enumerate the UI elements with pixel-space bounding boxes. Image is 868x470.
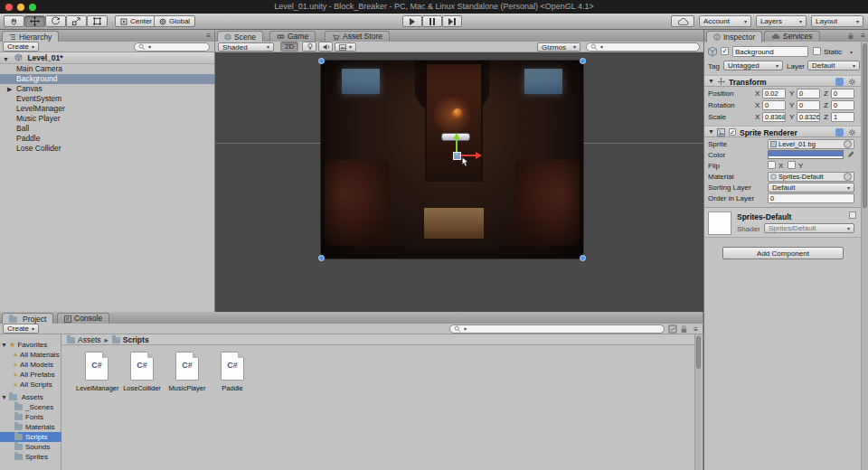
help-icon[interactable] bbox=[835, 128, 844, 136]
static-flags-dropdown-icon[interactable]: ▾ bbox=[850, 50, 853, 55]
tab-game[interactable]: Game bbox=[269, 31, 316, 42]
level-background-image[interactable] bbox=[321, 61, 583, 258]
selection-handle-bottom-left[interactable] bbox=[318, 255, 325, 261]
panel-menu-icon[interactable]: ≡ bbox=[861, 32, 865, 40]
tab-asset-store[interactable]: Asset Store bbox=[325, 31, 390, 42]
sorting-layer-dropdown[interactable]: Default ▾ bbox=[768, 183, 854, 193]
hierarchy-create-button[interactable]: Create ▾ bbox=[3, 42, 39, 52]
favorite-all-materials[interactable]: ★ All Materials bbox=[0, 350, 61, 360]
hierarchy-item-background[interactable]: Background bbox=[0, 74, 214, 84]
lock-icon[interactable] bbox=[847, 32, 854, 40]
hierarchy-item-main-camera[interactable]: Main Camera bbox=[0, 64, 214, 74]
shading-mode-dropdown[interactable]: Shaded ▾ bbox=[218, 42, 274, 52]
asset-file-levelmanager[interactable]: C# LevelManager bbox=[76, 352, 118, 392]
scene-lighting-toggle[interactable] bbox=[302, 42, 316, 52]
foldout-open-icon[interactable]: ▼ bbox=[708, 78, 714, 84]
gear-icon[interactable] bbox=[848, 78, 856, 86]
folder-sounds[interactable]: Sounds bbox=[0, 442, 61, 452]
tab-inspector[interactable]: Inspector bbox=[706, 31, 762, 42]
preview-toggle-icon[interactable] bbox=[849, 212, 856, 219]
folder-materials[interactable]: Materials bbox=[0, 422, 61, 432]
account-dropdown[interactable]: Account ▾ bbox=[699, 15, 751, 27]
scale-z-field[interactable]: 1 bbox=[831, 112, 854, 122]
object-name-field[interactable]: Background bbox=[732, 46, 808, 57]
inspector-scrollbar-thumb[interactable] bbox=[863, 43, 867, 208]
asset-file-musicplayer[interactable]: C# MusicPlayer bbox=[166, 352, 208, 392]
object-picker-icon[interactable] bbox=[844, 140, 852, 148]
flip-x-checkbox[interactable] bbox=[768, 161, 776, 169]
layers-dropdown[interactable]: Layers ▾ bbox=[756, 15, 807, 27]
ball-sprite[interactable] bbox=[453, 108, 462, 118]
rotation-x-field[interactable]: 0 bbox=[762, 100, 786, 110]
active-checkbox[interactable]: ✓ bbox=[721, 47, 729, 55]
tab-console[interactable]: Console bbox=[57, 313, 109, 324]
flip-y-checkbox[interactable] bbox=[788, 161, 796, 169]
order-in-layer-field[interactable]: 0 bbox=[768, 193, 854, 203]
position-z-field[interactable]: 0 bbox=[831, 89, 854, 99]
hierarchy-search-input[interactable]: ▾ bbox=[134, 42, 210, 52]
scale-tool-button[interactable] bbox=[66, 15, 87, 27]
folder-fonts[interactable]: Fonts bbox=[0, 412, 61, 422]
folder-scripts[interactable]: Scripts bbox=[0, 432, 61, 442]
scene-audio-toggle[interactable] bbox=[318, 42, 333, 52]
help-icon[interactable] bbox=[835, 78, 844, 86]
hierarchy-item-lose-collider[interactable]: Lose Collider bbox=[0, 144, 214, 154]
scene-effects-dropdown[interactable]: ▾ bbox=[335, 42, 356, 52]
panel-menu-icon[interactable]: ≡ bbox=[693, 325, 698, 334]
hierarchy-item-levelmanager[interactable]: LevelManager bbox=[0, 104, 214, 114]
foldout-open-icon[interactable]: ▼ bbox=[1, 392, 7, 402]
static-checkbox[interactable] bbox=[813, 47, 821, 55]
hierarchy-item-canvas[interactable]: ▶ Canvas bbox=[0, 84, 214, 94]
scale-y-field[interactable]: 0.83268 bbox=[797, 112, 820, 122]
shader-dropdown[interactable]: Sprites/Default ▾ bbox=[764, 223, 854, 233]
hierarchy-item-eventsystem[interactable]: EventSystem bbox=[0, 94, 214, 104]
2d-mode-toggle[interactable]: 2D bbox=[280, 42, 298, 52]
transform-component-header[interactable]: ▼ Transform bbox=[704, 75, 862, 87]
rotation-y-field[interactable]: 0 bbox=[797, 100, 820, 110]
play-button[interactable] bbox=[402, 15, 422, 27]
rect-tool-button[interactable] bbox=[87, 15, 108, 27]
pan-tool-button[interactable] bbox=[4, 15, 24, 27]
breadcrumb[interactable]: Assets ▸ Scripts bbox=[67, 335, 149, 344]
gear-icon[interactable] bbox=[848, 128, 856, 136]
object-picker-icon[interactable] bbox=[844, 173, 852, 181]
sprite-object-field[interactable]: Level_01 bg bbox=[768, 139, 854, 149]
position-x-field[interactable]: 0.02 bbox=[762, 89, 786, 99]
color-swatch[interactable] bbox=[768, 150, 844, 159]
search-by-type-icon[interactable] bbox=[668, 324, 677, 334]
tag-dropdown[interactable]: Untagged ▾ bbox=[723, 61, 783, 70]
selection-handle-top-left[interactable] bbox=[318, 58, 325, 64]
asset-file-paddle[interactable]: C# Paddle bbox=[212, 352, 253, 392]
sprite-renderer-component-header[interactable]: ▼ ✓ Sprite Renderer bbox=[704, 126, 862, 137]
move-tool-button[interactable] bbox=[24, 15, 45, 27]
asset-file-losecollider[interactable]: C# LoseCollider bbox=[121, 352, 163, 392]
scene-search-input[interactable]: ▾ bbox=[586, 42, 700, 52]
sprite-renderer-enabled-checkbox[interactable]: ✓ bbox=[729, 128, 736, 136]
step-button[interactable] bbox=[442, 15, 462, 27]
material-thumbnail[interactable] bbox=[708, 212, 731, 235]
selection-handle-bottom-right[interactable] bbox=[580, 255, 586, 261]
handle-space-button[interactable]: Global bbox=[154, 15, 195, 27]
project-search-input[interactable]: ▾ bbox=[449, 324, 665, 334]
favorite-all-models[interactable]: ★ All Models bbox=[0, 360, 61, 370]
pause-button[interactable] bbox=[422, 15, 442, 27]
folder-scenes[interactable]: _Scenes bbox=[0, 402, 61, 412]
project-create-button[interactable]: Create ▾ bbox=[3, 324, 39, 334]
rotate-tool-button[interactable] bbox=[45, 15, 66, 27]
assets-root[interactable]: ▼ Assets bbox=[0, 392, 61, 402]
hierarchy-item-paddle[interactable]: Paddle bbox=[0, 134, 214, 144]
panel-menu-icon[interactable]: ≡ bbox=[206, 32, 211, 40]
project-scrollbar-thumb[interactable] bbox=[696, 336, 701, 369]
scale-x-field[interactable]: 0.83687 bbox=[762, 112, 786, 122]
favorite-all-prefabs[interactable]: ★ All Prefabs bbox=[0, 370, 61, 380]
gizmos-dropdown[interactable]: Gizmos ▾ bbox=[537, 42, 580, 52]
foldout-open-icon[interactable]: ▼ bbox=[1, 340, 7, 350]
favorites-root[interactable]: ▼ ★ Favorites bbox=[0, 340, 61, 350]
favorite-all-scripts[interactable]: ★ All Scripts bbox=[0, 380, 61, 390]
folder-sprites[interactable]: Sprites bbox=[0, 452, 61, 462]
scene-canvas[interactable] bbox=[215, 52, 703, 312]
hierarchy-item-ball[interactable]: Ball bbox=[0, 124, 214, 134]
position-y-field[interactable]: 0 bbox=[797, 89, 820, 99]
lock-icon[interactable] bbox=[680, 324, 688, 334]
foldout-closed-icon[interactable]: ▶ bbox=[7, 84, 12, 94]
